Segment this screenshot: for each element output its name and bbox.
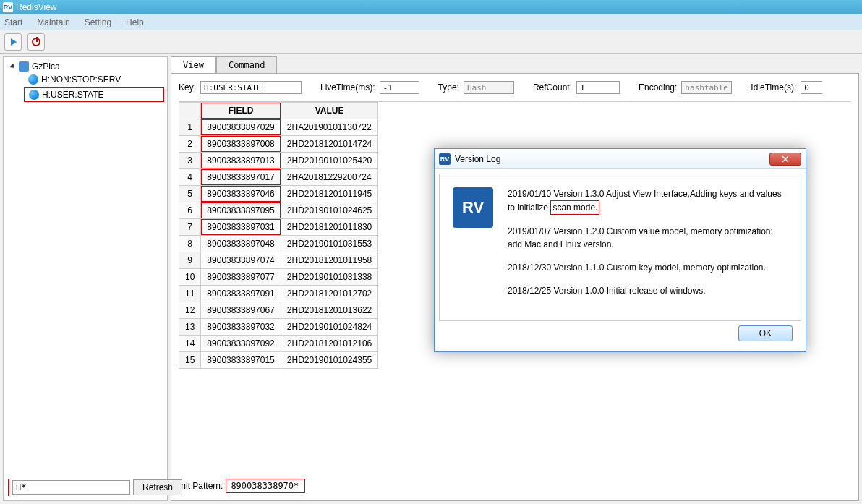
live-input[interactable] [380, 81, 419, 94]
type-label: Type: [438, 82, 459, 93]
cell-value[interactable]: 2HD20181201014724 [281, 136, 377, 153]
cell-value[interactable]: 2HD20181201013622 [281, 302, 377, 319]
cell-value[interactable]: 2HD20190101024824 [281, 319, 377, 336]
cell-field[interactable]: 89003833897091 [201, 286, 281, 302]
cell-value[interactable]: 2HD20190101031553 [281, 236, 377, 252]
menu-maintain[interactable]: Maintain [37, 17, 69, 27]
table-row[interactable]: 6890038338970952HD20190101024625 [179, 202, 378, 219]
cell-rownum: 3 [179, 153, 201, 169]
cell-rownum: 2 [179, 136, 201, 153]
th-rownum [179, 103, 201, 119]
cell-field[interactable]: 89003833897032 [201, 319, 281, 336]
cell-rownum: 8 [179, 236, 201, 252]
cell-field[interactable]: 89003833897095 [201, 202, 281, 219]
ref-input[interactable] [576, 81, 620, 94]
table-row[interactable]: 13890038338970322HD20190101024824 [179, 319, 378, 336]
cell-field[interactable]: 89003833897048 [201, 236, 281, 252]
cell-value[interactable]: 2HD20190101025420 [281, 153, 377, 169]
th-field[interactable]: FIELD [201, 103, 281, 119]
tree-item-1[interactable]: H:USER:STATE [24, 87, 164, 102]
enc-input [681, 81, 732, 94]
table-row[interactable]: 1890038338970292HA20190101130722 [179, 119, 378, 136]
table-row[interactable]: 4890038338970172HA20181229200724 [179, 169, 378, 186]
cell-value[interactable]: 2HD20181201011958 [281, 252, 377, 269]
version-log-dialog: RV Version Log RV 2019/01/10 Version 1.3… [434, 148, 806, 352]
dialog-ok-button[interactable]: OK [738, 325, 793, 341]
dialog-body: RV 2019/01/10 Version 1.3.0 Adjust View … [439, 174, 801, 321]
cell-field[interactable]: 89003833897046 [201, 186, 281, 202]
cell-field[interactable]: 89003833897015 [201, 352, 281, 369]
table-row[interactable]: 15890038338970152HD20190101024355 [179, 352, 378, 369]
table-row[interactable]: 8890038338970482HD20190101031553 [179, 236, 378, 252]
menu-bar: Start Maintain Setting Help [0, 14, 862, 30]
cell-value[interactable]: 2HD20181201012702 [281, 286, 377, 302]
dialog-title-bar[interactable]: RV Version Log [435, 149, 806, 169]
cell-field[interactable]: 89003833897092 [201, 336, 281, 352]
window-title: RedisView [16, 2, 56, 12]
run-button[interactable] [4, 33, 22, 51]
cell-rownum: 14 [179, 336, 201, 352]
cell-field[interactable]: 89003833897077 [201, 269, 281, 286]
app-logo-icon: RV [3, 2, 13, 12]
idle-input[interactable] [801, 81, 822, 94]
idle-label: IdleTime(s): [751, 82, 796, 93]
cell-value[interactable]: 2HD20190101024625 [281, 202, 377, 219]
cell-field[interactable]: 89003833897074 [201, 252, 281, 269]
table-row[interactable]: 10890038338970772HD20190101031338 [179, 269, 378, 286]
cell-rownum: 1 [179, 119, 201, 136]
globe-icon [29, 90, 39, 100]
cell-rownum: 6 [179, 202, 201, 219]
table-row[interactable]: 9890038338970742HD20181201011958 [179, 252, 378, 269]
menu-help[interactable]: Help [126, 17, 144, 27]
init-pattern-row: Init Pattern: [179, 473, 851, 493]
ref-label: RefCount: [533, 82, 572, 93]
cell-value[interactable]: 2HD20181201011945 [281, 186, 377, 202]
live-label: LiveTime(ms): [320, 82, 375, 93]
tree-item-label: H:NON:STOP:SERV [41, 74, 121, 85]
cell-field[interactable]: 89003833897013 [201, 153, 281, 169]
filter-input[interactable] [12, 480, 130, 495]
power-button[interactable] [27, 33, 45, 51]
cell-rownum: 12 [179, 302, 201, 319]
cell-value[interactable]: 2HA20190101130722 [281, 119, 377, 136]
table-row[interactable]: 14890038338970922HD20181201012106 [179, 336, 378, 352]
cell-value[interactable]: 2HD20181201011830 [281, 219, 377, 236]
cell-field[interactable]: 89003833897067 [201, 302, 281, 319]
type-input [464, 81, 514, 94]
th-value[interactable]: VALUE [281, 103, 377, 119]
play-icon [11, 38, 17, 46]
table-row[interactable]: 5890038338970462HD20181201011945 [179, 186, 378, 202]
tree-item-0[interactable]: H:NON:STOP:SERV [24, 73, 164, 86]
cell-field[interactable]: 89003833897008 [201, 136, 281, 153]
table-row[interactable]: 11890038338970912HD20181201012702 [179, 286, 378, 302]
cell-value[interactable]: 2HD20190101031338 [281, 269, 377, 286]
menu-setting[interactable]: Setting [85, 17, 111, 27]
title-bar: RV RedisView [0, 0, 862, 14]
dialog-close-button[interactable] [769, 153, 801, 166]
caret-icon [9, 63, 16, 69]
cell-field[interactable]: 89003833897029 [201, 119, 281, 136]
tab-view[interactable]: View [171, 56, 216, 73]
sidebar-filter-row: Refresh [8, 479, 163, 496]
table-row[interactable]: 7890038338970312HD20181201011830 [179, 219, 378, 236]
database-icon [19, 61, 29, 72]
cell-value[interactable]: 2HA20181229200724 [281, 169, 377, 186]
cell-field[interactable]: 89003833897017 [201, 169, 281, 186]
refresh-button[interactable]: Refresh [133, 479, 182, 495]
version-entry: 2019/01/07 Version 1.2.0 Custom value mo… [508, 225, 788, 251]
cell-value[interactable]: 2HD20190101024355 [281, 352, 377, 369]
tree-root[interactable]: GzPlca [7, 60, 164, 73]
cell-rownum: 15 [179, 352, 201, 369]
table-row[interactable]: 12890038338970672HD20181201013622 [179, 302, 378, 319]
tab-command[interactable]: Command [216, 56, 278, 73]
cell-value[interactable]: 2HD20181201012106 [281, 336, 377, 352]
init-pattern-input[interactable] [226, 479, 305, 493]
table-row[interactable]: 2890038338970082HD20181201014724 [179, 136, 378, 153]
menu-start[interactable]: Start [4, 17, 22, 27]
highlight-text: scan mode. [550, 200, 599, 215]
key-input[interactable] [200, 81, 302, 94]
sidebar: GzPlca H:NON:STOP:SERV H:USER:STATE Refr… [3, 56, 168, 501]
dialog-text: 2019/01/10 Version 1.3.0 Adjust View Int… [508, 187, 788, 307]
table-row[interactable]: 3890038338970132HD20190101025420 [179, 153, 378, 169]
cell-field[interactable]: 89003833897031 [201, 219, 281, 236]
